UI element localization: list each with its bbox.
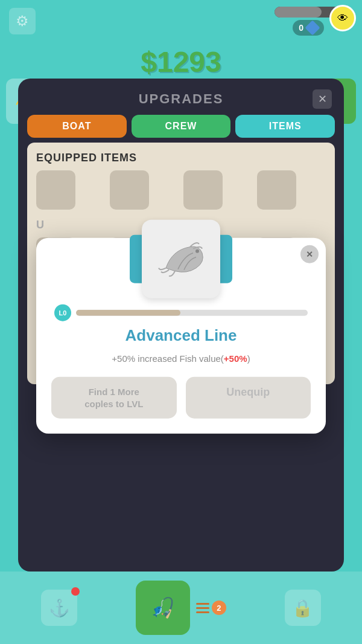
vault-button[interactable]: 🔒: [285, 590, 321, 626]
lure-center-button[interactable]: 🎣: [136, 581, 190, 635]
desc-post: ): [247, 353, 250, 364]
gem-icon: [305, 20, 320, 35]
upgrades-header: UPGRADES ✕: [18, 79, 344, 115]
menu-line-1: [196, 603, 209, 605]
lure-icon: 🎣: [151, 596, 175, 619]
notification-badge: 2: [212, 601, 226, 615]
anchor-icon: ⚓: [49, 598, 70, 618]
center-action-area: 🎣 2: [136, 581, 226, 635]
red-dot-indicator: [71, 587, 80, 596]
equipped-items-grid: [36, 170, 326, 210]
popup-actions: Find 1 Morecoples to LVL Unequip: [51, 377, 311, 419]
currency-bar: 0: [293, 20, 324, 36]
anchor-button[interactable]: ⚓: [41, 590, 77, 626]
level-badge: L0: [54, 304, 71, 321]
item-slot-2[interactable]: [110, 170, 149, 210]
tabs-row: BOAT CREW ITEMS: [27, 115, 335, 138]
find-copies-button[interactable]: Find 1 Morecoples to LVL: [51, 377, 177, 419]
tab-crew[interactable]: CREW: [132, 115, 231, 138]
bottom-bar: ⚓ 🎣 2 🔒: [0, 572, 362, 644]
item-slot-3[interactable]: [183, 170, 223, 210]
upgrades-title: UPGRADES: [49, 91, 313, 107]
upgrades-close-button[interactable]: ✕: [313, 89, 332, 109]
gear-icon: ⚙: [16, 13, 29, 30]
desc-pre: +50% increased Fish value(: [112, 353, 224, 364]
item-level-area: L0: [54, 304, 308, 321]
money-display: $1293: [141, 45, 221, 79]
find-copies-label: Find 1 Morecoples to LVL: [84, 387, 143, 409]
eye-icon: 👁: [337, 12, 348, 25]
item-image-card: [142, 220, 220, 298]
item-name: Advanced Line: [36, 326, 326, 345]
unequip-button[interactable]: Unequip: [186, 377, 311, 419]
item-detail-popup: ✕ L0: [36, 238, 326, 434]
settings-button[interactable]: ⚙: [9, 8, 36, 34]
equipped-section-title: EQUIPPED ITEMS: [36, 152, 326, 164]
item-slot-4[interactable]: [257, 170, 296, 210]
vault-icon: 🔒: [292, 598, 313, 618]
level-progress-bar: [76, 310, 308, 316]
top-bar: ⚙ 0 👁: [0, 0, 362, 42]
currency-count: 0: [299, 23, 303, 33]
item-image-area: [36, 220, 326, 298]
level-bar-fill: [76, 310, 180, 316]
desc-highlight: +50%: [224, 353, 247, 364]
tab-boat[interactable]: BOAT: [27, 115, 127, 138]
item-image: [154, 238, 208, 280]
menu-line-3: [196, 611, 209, 613]
svg-point-0: [195, 250, 199, 253]
avatar[interactable]: 👁: [329, 5, 356, 31]
xp-bar-fill: [275, 7, 322, 18]
unequip-label: Unequip: [226, 386, 270, 398]
tab-items[interactable]: ITEMS: [235, 115, 335, 138]
menu-line-2: [196, 607, 209, 609]
item-slot-1[interactable]: [36, 170, 75, 210]
menu-icon[interactable]: [196, 603, 209, 613]
item-description: +50% increased Fish value(+50%): [36, 352, 326, 365]
